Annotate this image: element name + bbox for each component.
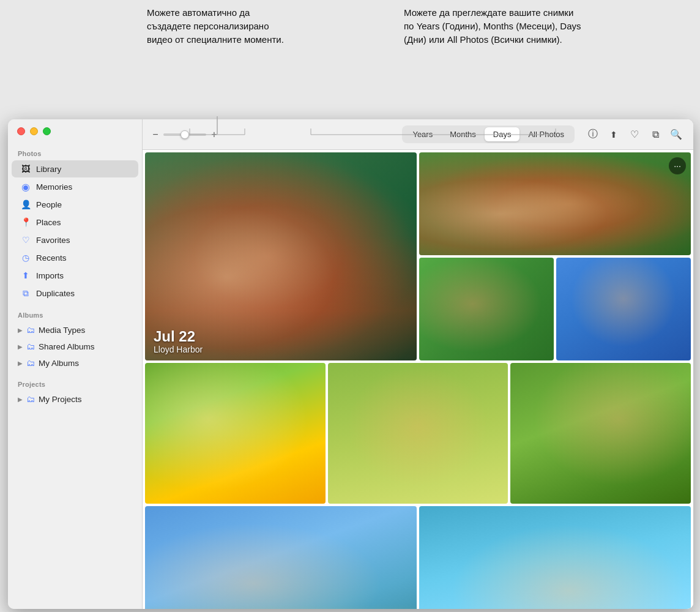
photo-main-large[interactable]: Jul 22 Lloyd Harbor [145,152,417,360]
more-options-button[interactable]: ··· [669,157,686,174]
zoom-plus-button[interactable]: + [209,130,220,140]
sidebar-item-media-types-label: Media Types [39,326,85,335]
sidebar-item-favorites[interactable]: ♡ Favorites [12,231,138,248]
photo-row2-1[interactable] [145,363,326,504]
callout-area: Можете автоматично да създадете персонал… [0,0,700,122]
photo-bg-3 [419,258,554,360]
photo-bg-7 [510,363,691,504]
sidebar-item-imports[interactable]: ⬆ Imports [12,267,138,284]
photo-row3-1[interactable] [145,506,417,609]
sidebar-item-people-label: People [36,200,62,209]
media-types-arrow: ▶ [18,327,23,334]
my-projects-folder-icon: 🗂 [26,394,35,404]
more-icon: ··· [674,161,681,171]
sidebar-item-people[interactable]: 👤 People [12,196,138,213]
slideshow-icon: ⧉ [652,129,659,140]
photo-date-overlay: Jul 22 Lloyd Harbor [154,329,203,354]
maximize-button[interactable] [43,127,51,135]
photo-row2-2[interactable] [328,363,508,504]
photo-bg-4 [556,258,691,360]
sidebar-item-my-albums-label: My Albums [39,359,79,368]
tab-months[interactable]: Months [441,127,485,141]
sidebar: Photos 🖼 Library ◉ Memories 👤 People 📍 P… [8,119,143,609]
sidebar-item-places[interactable]: 📍 Places [12,214,138,231]
callout-left-text: Можете автоматично да създадете персонал… [147,6,288,46]
photo-date: Jul 22 [154,329,203,345]
callout-left: Можете автоматично да създадете персонал… [147,6,288,46]
sidebar-item-imports-label: Imports [36,271,64,280]
search-icon: 🔍 [670,129,682,140]
sidebar-item-media-types[interactable]: ▶ 🗂 Media Types [12,322,138,338]
sidebar-item-memories-label: Memories [36,182,72,192]
tab-all-photos[interactable]: All Photos [519,127,573,141]
toolbar-actions: ⓘ ⬆ ♡ ⧉ 🔍 [583,125,686,144]
slideshow-button[interactable]: ⧉ [646,125,665,144]
sidebar-item-memories[interactable]: ◉ Memories [12,178,138,195]
photo-bg-2 [419,152,691,255]
tab-days[interactable]: Days [485,127,520,141]
info-icon: ⓘ [588,128,598,141]
sidebar-section-projects: Projects [8,375,142,390]
callout-right: Можете да преглеждате вашите снимки по Y… [404,6,581,46]
tab-years[interactable]: Years [404,127,441,141]
heart-icon: ♡ [630,129,639,140]
zoom-control: − + [150,130,220,140]
toolbar: − + Years Months Days [143,119,693,150]
callout-right-text: Можете да преглеждате вашите снимки по Y… [404,6,581,46]
sidebar-item-recents-label: Recents [36,253,67,263]
zoom-slider-thumb[interactable] [181,130,189,139]
recents-icon: ◷ [20,252,31,263]
info-button[interactable]: ⓘ [583,125,603,144]
sidebar-item-my-projects[interactable]: ▶ 🗂 My Projects [12,391,138,407]
sidebar-item-recents[interactable]: ◷ Recents [12,249,138,266]
close-button[interactable] [17,127,25,135]
photo-bottom-right-left[interactable] [419,258,554,360]
favorites-icon: ♡ [20,234,31,245]
memories-icon: ◉ [20,181,31,192]
my-albums-folder-icon: 🗂 [26,358,35,368]
photo-bg-6 [328,363,508,504]
sidebar-section-albums: Albums [8,305,142,321]
sidebar-section-photos: Photos [8,144,142,160]
sidebar-item-shared-albums-label: Shared Albums [39,342,95,351]
my-projects-arrow: ▶ [18,396,23,403]
sidebar-item-my-projects-label: My Projects [39,395,82,404]
sidebar-item-duplicates[interactable]: ⧉ Duplicates [12,285,138,302]
sidebar-item-places-label: Places [36,218,61,227]
heart-button[interactable]: ♡ [625,125,644,144]
sidebar-item-favorites-label: Favorites [36,236,70,245]
sidebar-item-duplicates-label: Duplicates [36,289,75,298]
photo-bottom-right-right[interactable] [556,258,691,360]
photo-row3-2[interactable] [419,506,691,609]
zoom-minus-button[interactable]: − [150,130,161,140]
library-icon: 🖼 [20,163,31,174]
photo-top-right[interactable]: ··· [419,152,691,255]
zoom-slider[interactable] [163,133,206,136]
view-tabs: Years Months Days All Photos [402,125,575,143]
app-window: Photos 🖼 Library ◉ Memories 👤 People 📍 P… [8,119,693,609]
photo-bg-9 [419,506,691,609]
duplicates-icon: ⧉ [20,288,31,299]
sidebar-item-shared-albums[interactable]: ▶ 🗂 Shared Albums [12,338,138,354]
photo-bg-5 [145,363,326,504]
traffic-lights [17,127,51,135]
shared-albums-folder-icon: 🗂 [26,341,35,351]
search-button[interactable]: 🔍 [666,125,686,144]
my-albums-arrow: ▶ [18,360,23,367]
shared-albums-arrow: ▶ [18,343,23,350]
photo-row2-3[interactable] [510,363,691,504]
share-button[interactable]: ⬆ [604,125,624,144]
photo-bg-8 [145,506,417,609]
people-icon: 👤 [20,199,31,210]
minimize-button[interactable] [30,127,38,135]
media-types-folder-icon: 🗂 [26,325,35,335]
sidebar-item-library-label: Library [36,165,61,174]
photo-location: Lloyd Harbor [154,345,203,354]
sidebar-item-library[interactable]: 🖼 Library [12,160,138,177]
app-body: Photos 🖼 Library ◉ Memories 👤 People 📍 P… [8,119,693,609]
sidebar-item-my-albums[interactable]: ▶ 🗂 My Albums [12,355,138,371]
places-icon: 📍 [20,217,31,228]
share-icon: ⬆ [610,130,617,140]
imports-icon: ⬆ [20,270,31,281]
main-content: − + Years Months Days [143,119,693,609]
